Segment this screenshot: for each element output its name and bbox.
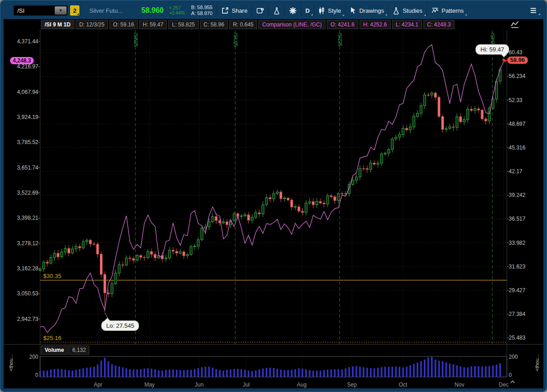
volume-bar [434,360,436,377]
candle-body [373,163,376,165]
flask-icon [273,7,280,15]
right-axis-tick-label: 48.697 [509,121,526,127]
candle-body [323,203,325,204]
candle-body [387,150,390,153]
notes-button[interactable] [256,7,264,15]
candle-body [183,252,185,256]
month-label: Jun [189,382,209,388]
comparison-line-gc [40,45,504,333]
timeframe-button[interactable]: D [305,7,310,14]
expand-caret-icon[interactable] [511,380,514,384]
patterns-button[interactable]: Patterns [431,7,464,14]
candle-body [485,119,487,121]
volume-bar [499,363,501,377]
comparison-chip[interactable]: Comparison (LINE, /GC) [258,20,325,29]
volume-bar [194,369,196,377]
price-change: +.257 +0.44% [169,5,185,15]
symbol-input[interactable]: /SI ▼ [14,5,67,15]
candlestick-icon [318,7,325,15]
symbol-dropdown-arrow[interactable]: ▼ [55,6,67,15]
comparison-ohlc-chip: L: 4234.1 [392,20,422,29]
volume-bar [68,370,70,377]
cursor-icon [350,7,356,14]
volume-bar [449,364,451,377]
candle-body [477,109,480,110]
studies-button[interactable]: Studies [392,7,422,15]
volume-bar [90,367,92,377]
candle-body [168,250,170,258]
line-chart-icon[interactable] [511,21,520,31]
candle-body [316,201,318,205]
volume-bar [108,361,109,377]
volume-bar [316,371,318,377]
volume-bar [348,367,350,377]
volume-bar [43,371,45,377]
volume-bar [230,369,232,377]
volume-bar [291,370,293,377]
settings-button[interactable] [289,7,297,15]
chart-toolbar: /SI ▼ 2 Silver Futu... 58.960 +.257 +0.4… [4,3,543,18]
volume-bar [169,370,170,377]
candle-body [337,194,340,201]
symbol-timeframe-chip[interactable]: /SI 9 M 1D [41,20,74,29]
volume-bar [147,368,149,377]
hamburger-menu-icon [530,7,537,14]
candle-body [384,153,386,154]
volume-bar [64,370,66,377]
volume-bar [309,370,311,377]
analysis-tools-button[interactable] [273,7,280,15]
toolbar-separator [284,5,285,16]
candle-body [197,240,199,246]
right-axis-tick-label: 52.33 [509,97,522,103]
volume-bar [79,369,81,377]
volume-bar [54,369,56,377]
chart-plot[interactable]: /SIN25/SIU25/SIZ25/SIH26 [4,19,543,388]
candle-body [445,129,447,129]
volume-bar [212,368,214,377]
left-axis-tick-label: 4,371.44 [4,38,38,45]
contract-rollover-label: /SIN25 [133,33,138,47]
volume-bar [226,370,228,377]
volume-bar [359,366,361,377]
volume-bar [478,366,480,377]
candle-body [143,258,145,258]
symbol-input-value[interactable]: /SI [14,7,54,14]
right-axis-tick-label: 45.316 [509,144,526,151]
volume-bar [287,370,289,377]
volume-bar [327,370,329,377]
month-label: Nov [449,382,470,388]
volume-bar [420,361,422,377]
volume-bar [61,369,63,377]
candle-body [470,109,473,111]
patterns-label: Patterns [442,7,464,14]
left-axis-tick-label: 4,067.94 [4,89,38,95]
right-axis-tick-label: 39.242 [509,192,526,198]
volume-bar [467,367,469,377]
month-label: May [139,382,160,388]
volume-bar [241,369,243,377]
volume-bar [373,368,375,377]
candle-body [136,256,138,260]
note-alert-icon [256,7,264,15]
candle-body [75,247,77,249]
candle-body [258,213,260,214]
link-group-badge[interactable]: 2 [70,5,79,15]
candle-body [129,258,131,258]
month-label: Oct [393,382,413,388]
volume-bar [323,370,325,377]
last-price-badge: 58.96 [507,57,528,64]
candle-body [118,265,120,273]
style-button[interactable]: Style [318,7,341,15]
volume-study-label[interactable]: Volume [41,346,67,355]
candle-body [50,258,52,263]
comparison-price-badge: 4,248.3 [10,57,34,64]
drawings-button[interactable]: Drawings [350,7,384,14]
candle-body [434,93,437,97]
candle-body [255,213,257,217]
share-button[interactable]: Share [221,7,248,15]
volume-bar [334,369,336,377]
volume-bar [222,371,224,377]
comparison-ohlc-chip: O: 4241.6 [327,20,358,29]
left-axis-tick-label: 3,785.52 [4,139,38,145]
chart-menu-button[interactable] [530,7,537,14]
